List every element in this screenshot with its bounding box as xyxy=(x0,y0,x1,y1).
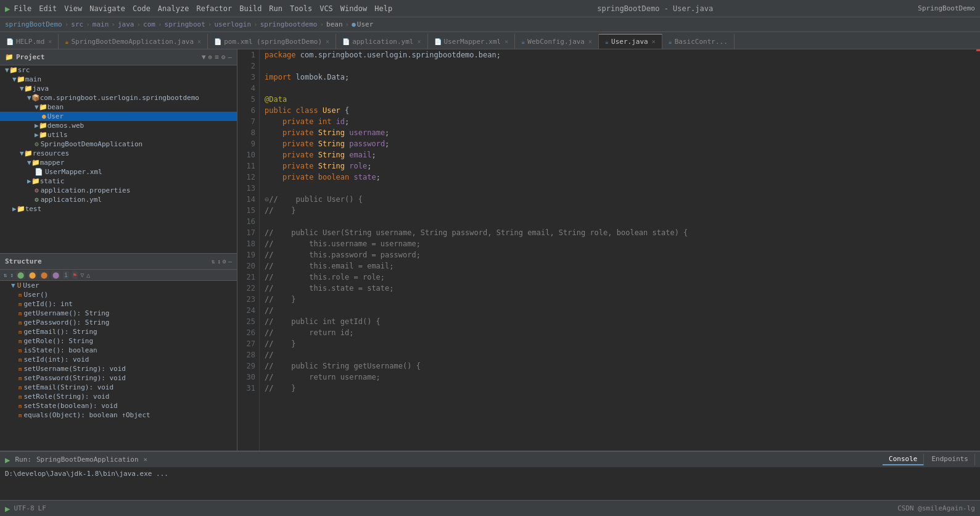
struct-getpassword[interactable]: m getPassword(): String xyxy=(0,318,237,327)
project-close-icon[interactable]: — xyxy=(228,53,232,61)
struct-isstate[interactable]: m isState(): boolean xyxy=(0,346,237,355)
struct-getemail[interactable]: m getEmail(): String xyxy=(0,327,237,336)
code-editor-area[interactable]: package com.springboot.userlogin.springb… xyxy=(260,49,975,451)
tab-pom[interactable]: 📄 pom.xml (springBootDemo) × xyxy=(208,34,336,49)
tree-app-properties[interactable]: ⚙ application.properties xyxy=(0,186,237,195)
console-tab[interactable]: Console xyxy=(883,454,924,465)
mapper-icon: ▼ xyxy=(27,159,31,167)
tree-resources[interactable]: ▼ 📁 resources xyxy=(0,149,237,158)
tree-static[interactable]: ▶ 📁 static xyxy=(0,177,237,186)
menu-analyze[interactable]: Analyze xyxy=(158,4,189,13)
struct-filter-icon2[interactable]: ⬤ xyxy=(28,271,37,279)
ln-25: 25 xyxy=(241,316,255,327)
breadcrumb-part-0[interactable]: springBootDemo xyxy=(5,20,62,28)
menu-file[interactable]: File xyxy=(14,4,31,13)
tree-mapper[interactable]: ▼ 📁 mapper xyxy=(0,158,237,167)
tree-usermapper-xml[interactable]: 📄 UserMapper.xml xyxy=(0,167,237,177)
breadcrumb-part-2[interactable]: main xyxy=(93,20,109,28)
run-button[interactable]: ▶ xyxy=(5,455,10,465)
tab-application-yml[interactable]: 📄 application.yml × xyxy=(336,34,427,49)
struct-collapse-icon[interactable]: △ xyxy=(86,272,90,278)
menu-refactor[interactable]: Refactor xyxy=(196,4,232,13)
menu-run[interactable]: Run xyxy=(269,4,282,13)
tab-usermapper-xml[interactable]: 📄 UserMapper.xml × xyxy=(428,34,516,49)
tab-close-app[interactable]: × xyxy=(197,38,201,45)
breadcrumb-part-7[interactable]: springbootdemo xyxy=(260,20,318,28)
struct-sort-icon2[interactable]: ↕ xyxy=(10,272,14,278)
tab-close-usermapper[interactable]: × xyxy=(504,38,508,45)
tab-springbootdemo-app[interactable]: ☕ SpringBootDemoApplication.java × xyxy=(59,34,208,49)
breadcrumb-part-5[interactable]: springboot xyxy=(165,20,205,28)
menu-build[interactable]: Build xyxy=(239,4,261,13)
struct-setusername[interactable]: m setUsername(String): void xyxy=(0,364,237,373)
tab-close-pom[interactable]: × xyxy=(326,38,329,45)
breadcrumb-part-6[interactable]: userlogin xyxy=(214,20,251,28)
filter-icon[interactable]: ⚙ xyxy=(223,258,226,265)
structure-toolbar: ⇅ ↕ ⚙ — xyxy=(212,258,232,265)
project-settings-icon[interactable]: ⚙ xyxy=(221,53,226,61)
project-sync-icon[interactable]: ⊕ xyxy=(208,53,213,61)
tab-close-help[interactable]: × xyxy=(48,38,52,45)
breadcrumb-part-3[interactable]: java xyxy=(118,20,134,28)
code-editor[interactable]: 1 2 3 4 5 6 7 8 9 10 11 12 13 14 15 16 1… xyxy=(237,49,980,451)
tree-package[interactable]: ▼ 📦 com.springboot.userlogin.springbootd… xyxy=(0,93,237,102)
usermapper-xml-label: UserMapper.xml xyxy=(45,168,102,176)
struct-equals[interactable]: m equals(Object): boolean ↑Object xyxy=(0,410,237,420)
menu-code[interactable]: Code xyxy=(133,4,150,13)
struct-getrole[interactable]: m getRole(): String xyxy=(0,336,237,346)
breadcrumb-part-1[interactable]: src xyxy=(71,20,83,28)
sidebar: 📁 Project ▼ ⊕ ≡ ⚙ — ▼ 📁 src xyxy=(0,49,237,451)
tab-close-user[interactable]: × xyxy=(652,38,656,45)
struct-filter-icon4[interactable]: ⬤ xyxy=(51,271,60,279)
tab-help-md[interactable]: 📄 HELP.md × xyxy=(0,34,59,49)
sort-visibility-icon[interactable]: ↕ xyxy=(217,258,221,265)
tab-webconfig[interactable]: ☕ WebConfig.java × xyxy=(515,34,599,49)
tab-basiccontr[interactable]: ☕ BasicContr... xyxy=(662,34,735,49)
app-class-label: SpringBootDemoApplication xyxy=(41,140,143,148)
menu-vcs[interactable]: VCS xyxy=(319,4,333,13)
struct-filter-icon1[interactable]: ⬤ xyxy=(16,271,25,279)
struct-setrole[interactable]: m setRole(String): void xyxy=(0,392,237,401)
struct-sort-icon1[interactable]: ⇅ xyxy=(4,272,7,278)
struct-user-constructor[interactable]: m User() xyxy=(0,290,237,299)
endpoints-tab[interactable]: Endpoints xyxy=(925,454,975,465)
tree-java[interactable]: ▼ 📁 java xyxy=(0,84,237,93)
project-collapse-icon[interactable]: ≡ xyxy=(215,53,219,61)
tree-test[interactable]: ▶ 📁 test xyxy=(0,204,237,214)
breadcrumb-bean[interactable]: bean xyxy=(326,20,343,28)
tree-main[interactable]: ▼ 📁 main xyxy=(0,75,237,84)
struct-filter-icon6[interactable]: ⚑ xyxy=(72,271,78,279)
breadcrumb-part-4[interactable]: com xyxy=(143,20,155,28)
tab-user-java[interactable]: ☕ User.java × xyxy=(599,34,662,49)
menu-help[interactable]: Help xyxy=(374,4,392,13)
tree-user-class[interactable]: ● User xyxy=(0,112,237,121)
menu-view[interactable]: View xyxy=(64,4,82,13)
struct-setid[interactable]: m setId(int): void xyxy=(0,355,237,364)
tab-close-webconfig[interactable]: × xyxy=(588,38,592,45)
tree-src[interactable]: ▼ 📁 src xyxy=(0,65,237,75)
menu-tools[interactable]: Tools xyxy=(290,4,312,13)
struct-filter-icon3[interactable]: ⬤ xyxy=(39,271,49,279)
struct-setemail[interactable]: m setEmail(String): void xyxy=(0,383,237,392)
menu-edit[interactable]: Edit xyxy=(39,4,57,13)
tab-close-yml[interactable]: × xyxy=(417,38,421,45)
struct-expand-icon[interactable]: ▽ xyxy=(80,272,84,278)
struct-setpassword[interactable]: m setPassword(String): void xyxy=(0,373,237,383)
close-structure-icon[interactable]: — xyxy=(228,258,232,265)
struct-getusername[interactable]: m getUsername(): String xyxy=(0,309,237,318)
tree-bean[interactable]: ▼ 📁 bean xyxy=(0,102,237,112)
struct-setstate[interactable]: m setState(boolean): void xyxy=(0,401,237,410)
code-line-31: // } xyxy=(265,383,970,394)
tree-app-yml[interactable]: ⚙ application.yml xyxy=(0,195,237,204)
struct-getid[interactable]: m getId(): int xyxy=(0,299,237,309)
menu-navigate[interactable]: Navigate xyxy=(89,4,125,13)
tree-demos-web[interactable]: ▶ 📁 demos.web xyxy=(0,121,237,130)
struct-filter-icon5[interactable]: i xyxy=(63,271,69,279)
menu-window[interactable]: Window xyxy=(340,4,367,13)
breadcrumb-user[interactable]: User xyxy=(357,20,374,28)
struct-user-class[interactable]: ▼ U User xyxy=(0,281,237,290)
tree-springboot-app[interactable]: ⚙ SpringBootDemoApplication xyxy=(0,139,237,149)
sort-alpha-icon[interactable]: ⇅ xyxy=(212,258,215,265)
tree-utils[interactable]: ▶ 📁 utils xyxy=(0,130,237,139)
run-close-icon[interactable]: × xyxy=(144,456,148,464)
